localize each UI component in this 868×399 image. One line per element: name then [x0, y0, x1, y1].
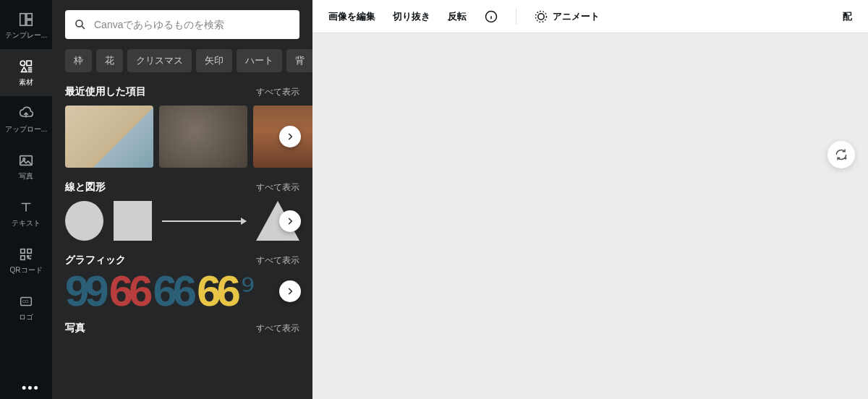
see-all-link[interactable]: すべて表示	[256, 254, 299, 267]
photos-section: 写真 すべて表示	[52, 322, 312, 342]
graphic-quote[interactable]: 66	[109, 274, 149, 309]
svg-rect-0	[20, 13, 25, 25]
upload-icon	[18, 106, 34, 121]
scroll-right-button[interactable]	[279, 210, 301, 232]
recent-thumb[interactable]	[65, 106, 153, 168]
svg-rect-7	[21, 249, 25, 253]
graphic-quote[interactable]: 99	[65, 274, 105, 309]
graphic-quote[interactable]: 66	[197, 274, 237, 309]
svg-text:CO.: CO.	[22, 299, 30, 304]
section-title: 最近使用した項目	[65, 85, 146, 98]
chevron-right-icon	[285, 286, 295, 296]
search-bar[interactable]	[65, 10, 299, 39]
nav-label: 素材	[19, 77, 33, 87]
svg-point-12	[76, 20, 82, 27]
graphic-quote[interactable]: 66	[153, 274, 193, 309]
animate-label: アニメート	[553, 10, 600, 23]
svg-rect-4	[27, 61, 31, 65]
svg-point-15	[536, 11, 547, 22]
search-input[interactable]	[94, 19, 291, 30]
nav-label: テンプレー...	[5, 30, 47, 40]
recent-thumb[interactable]	[159, 106, 247, 168]
graphic-quote[interactable]: ⁹	[241, 278, 250, 305]
info-icon	[484, 9, 498, 24]
flip-button[interactable]: 反転	[448, 10, 467, 23]
sidebar-nav: テンプレー... 素材 アップロー... 写真 テキスト QRコード CO. ロ…	[0, 0, 52, 399]
shapes-section: 線と図形 すべて表示	[52, 181, 312, 241]
shape-arrow-line[interactable]	[162, 220, 246, 222]
logo-icon: CO.	[18, 293, 34, 309]
nav-label: ロゴ	[19, 312, 33, 322]
svg-point-3	[20, 61, 25, 65]
nav-label: QRコード	[10, 265, 43, 275]
animate-button[interactable]: アニメート	[534, 9, 600, 24]
crop-button[interactable]: 切り抜き	[393, 10, 430, 23]
scroll-right-button[interactable]	[279, 126, 301, 147]
sparkle-sync-icon	[834, 147, 848, 162]
divider	[516, 9, 516, 25]
chevron-right-icon	[285, 132, 295, 142]
comment-fab[interactable]	[827, 141, 855, 168]
section-title: グラフィック	[65, 254, 126, 267]
canvas-toolbar: 画像を編集 切り抜き 反転 アニメート 配	[312, 0, 868, 33]
see-all-link[interactable]: すべて表示	[256, 322, 299, 335]
svg-point-14	[538, 13, 544, 19]
nav-templates[interactable]: テンプレー...	[0, 2, 52, 49]
nav-uploads[interactable]: アップロー...	[0, 96, 52, 143]
search-icon	[74, 18, 87, 31]
svg-rect-9	[21, 255, 25, 259]
section-title: 写真	[65, 322, 85, 335]
nav-photos[interactable]: 写真	[0, 143, 52, 190]
chip[interactable]: 背	[286, 49, 312, 72]
qr-icon	[18, 246, 34, 262]
svg-rect-8	[27, 249, 32, 253]
animate-icon	[534, 9, 548, 24]
text-icon	[18, 200, 34, 215]
chevron-right-icon	[285, 216, 295, 226]
graphics-section: グラフィック すべて表示 99 66 66 66 ⁹	[52, 254, 312, 309]
svg-rect-1	[27, 13, 32, 18]
nav-qrcode[interactable]: QRコード	[0, 237, 52, 284]
shape-square[interactable]	[114, 201, 152, 241]
nav-text[interactable]: テキスト	[0, 190, 52, 237]
nav-more[interactable]: •••	[22, 381, 40, 396]
elements-panel: 枠 花 クリスマス 矢印 ハート 背 最近使用した項目 すべて表示 線と図形 す…	[52, 0, 312, 399]
template-icon	[18, 12, 34, 27]
info-button[interactable]	[484, 9, 498, 24]
canvas-area: 画像を編集 切り抜き 反転 アニメート 配 日々の聖句 「つばさ」IGM 3ペー…	[312, 0, 868, 399]
see-all-link[interactable]: すべて表示	[256, 181, 299, 194]
edit-image-button[interactable]: 画像を編集	[328, 10, 375, 23]
photo-icon	[18, 153, 34, 168]
chip[interactable]: 矢印	[196, 49, 232, 72]
nav-logo[interactable]: CO. ロゴ	[0, 284, 52, 331]
chip[interactable]: 花	[96, 49, 123, 72]
nav-label: アップロー...	[5, 124, 47, 134]
shape-circle[interactable]	[65, 201, 103, 241]
chip[interactable]: ハート	[237, 49, 282, 72]
nav-label: テキスト	[12, 218, 41, 228]
align-button[interactable]: 配	[843, 10, 852, 23]
nav-elements[interactable]: 素材	[0, 49, 52, 96]
recent-section: 最近使用した項目 すべて表示	[52, 85, 312, 168]
section-title: 線と図形	[65, 181, 106, 194]
chip[interactable]: 枠	[65, 49, 92, 72]
scroll-right-button[interactable]	[279, 280, 301, 302]
nav-label: 写真	[19, 171, 33, 181]
svg-rect-2	[27, 20, 32, 25]
elements-icon	[18, 59, 34, 74]
chip[interactable]: クリスマス	[127, 49, 192, 72]
see-all-link[interactable]: すべて表示	[256, 86, 299, 98]
filter-chips: 枠 花 クリスマス 矢印 ハート 背	[52, 49, 312, 72]
